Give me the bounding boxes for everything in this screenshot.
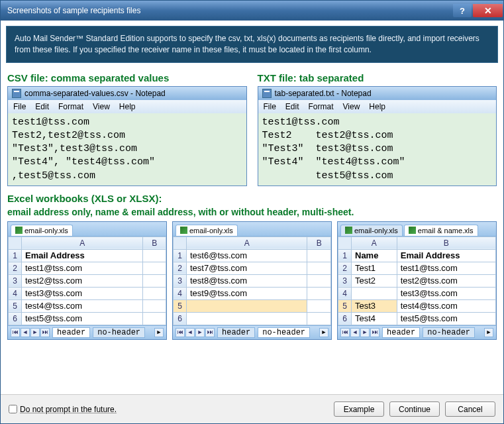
sheet-tab[interactable]: header — [217, 327, 255, 338]
menu-view[interactable]: View — [93, 102, 110, 111]
titlebar: Screenshots of sample recipients files ?… — [1, 1, 503, 21]
csv-heading: CSV file: comma separated values — [7, 72, 247, 83]
nav-next[interactable]: ▶ — [195, 328, 205, 337]
menu-file[interactable]: File — [264, 102, 276, 111]
notepad-icon — [262, 89, 272, 98]
excel-panel-1: email-only.xls AB 1Email Address 2test1@… — [7, 221, 167, 340]
nav-first[interactable]: ⏮ — [340, 328, 350, 337]
scroll-right[interactable]: ▶ — [154, 328, 164, 337]
menu-format[interactable]: Format — [309, 102, 334, 111]
info-banner: Auto Mail Sender™ Standard Edition suppo… — [6, 26, 498, 63]
nav-last[interactable]: ⏭ — [370, 328, 379, 337]
sheet-tab[interactable]: header — [52, 327, 90, 338]
notepad-menu: File Edit Format View Help — [258, 100, 497, 113]
menu-edit[interactable]: Edit — [35, 102, 49, 111]
spreadsheet-grid: AB 1NameEmail Address 2Test1test1@tss.co… — [338, 237, 496, 325]
do-not-prompt-checkbox[interactable] — [9, 405, 17, 413]
nav-first[interactable]: ⏮ — [11, 328, 20, 337]
nav-first[interactable]: ⏮ — [176, 328, 185, 337]
spreadsheet-grid: AB 1test6@tss.com 2test7@tss.com 3test8@… — [173, 237, 331, 325]
excel-icon — [345, 227, 352, 234]
excel-panel-2: email-only.xls AB 1test6@tss.com 2test7@… — [172, 221, 332, 340]
continue-button[interactable]: Continue — [389, 401, 440, 417]
help-button[interactable]: ? — [453, 4, 472, 17]
do-not-prompt-label[interactable]: Do not prompt in the future. — [20, 405, 117, 414]
sheet-tab[interactable]: no-header — [258, 327, 310, 338]
notepad-titlebar: tab-separated.txt - Notepad — [258, 87, 497, 100]
notepad-title: tab-separated.txt - Notepad — [275, 89, 372, 98]
notepad-titlebar: comma-separated-values.csv - Notepad — [8, 87, 246, 100]
workbook-tab[interactable]: email & name.xls — [404, 225, 478, 236]
spreadsheet-grid: AB 1Email Address 2test1@tss.com 3test2@… — [8, 237, 166, 325]
nav-last[interactable]: ⏭ — [205, 328, 215, 337]
nav-prev[interactable]: ◀ — [21, 328, 30, 337]
content-area: CSV file: comma separated values comma-s… — [1, 68, 503, 394]
sheet-tab[interactable]: no-header — [423, 327, 475, 338]
menu-view[interactable]: View — [343, 102, 360, 111]
workbook-tab[interactable]: email-only.xls — [340, 225, 403, 236]
excel-icon — [409, 227, 416, 234]
excel-icon — [15, 227, 23, 234]
excel-panel-3: email-only.xls email & name.xls AB 1Name… — [337, 221, 497, 340]
scroll-right[interactable]: ▶ — [319, 328, 328, 337]
close-button[interactable]: ✕ — [473, 4, 503, 17]
csv-notepad: comma-separated-values.csv - Notepad Fil… — [7, 86, 247, 186]
txt-notepad: tab-separated.txt - Notepad File Edit Fo… — [258, 86, 497, 186]
nav-prev[interactable]: ◀ — [350, 328, 360, 337]
workbook-tab[interactable]: email-only.xls — [176, 225, 238, 236]
dialog-window: Screenshots of sample recipients files ?… — [0, 0, 504, 424]
excel-heading: Excel workbooks (XLS or XLSX): — [7, 193, 497, 204]
notepad-icon — [12, 89, 21, 98]
window-title: Screenshots of sample recipients files — [7, 6, 452, 15]
dialog-footer: Do not prompt in the future. Example Con… — [1, 394, 503, 423]
menu-help[interactable]: Help — [119, 102, 136, 111]
sheet-tab[interactable]: no-header — [93, 327, 145, 338]
workbook-tab[interactable]: email-only.xls — [11, 225, 73, 236]
nav-next[interactable]: ▶ — [360, 328, 370, 337]
cancel-button[interactable]: Cancel — [445, 401, 495, 417]
notepad-title: comma-separated-values.csv - Notepad — [25, 89, 166, 98]
menu-format[interactable]: Format — [58, 102, 83, 111]
scroll-right[interactable]: ▶ — [484, 328, 493, 337]
sheet-tab[interactable]: header — [382, 327, 420, 338]
notepad-body: test1@tss.com Test2 test2@tss.com "Test3… — [258, 113, 497, 186]
nav-next[interactable]: ▶ — [30, 328, 40, 337]
excel-subheading: email address only, name & email address… — [7, 207, 497, 217]
nav-last[interactable]: ⏭ — [40, 328, 50, 337]
menu-file[interactable]: File — [13, 102, 26, 111]
menu-edit[interactable]: Edit — [285, 102, 299, 111]
example-button[interactable]: Example — [334, 401, 384, 417]
menu-help[interactable]: Help — [369, 102, 385, 111]
nav-prev[interactable]: ◀ — [185, 328, 195, 337]
notepad-body: test1@tss.com Test2,test2@tss.com "Test3… — [8, 113, 246, 186]
notepad-menu: File Edit Format View Help — [8, 100, 246, 113]
excel-icon — [180, 227, 187, 234]
txt-heading: TXT file: tab separated — [258, 72, 497, 83]
